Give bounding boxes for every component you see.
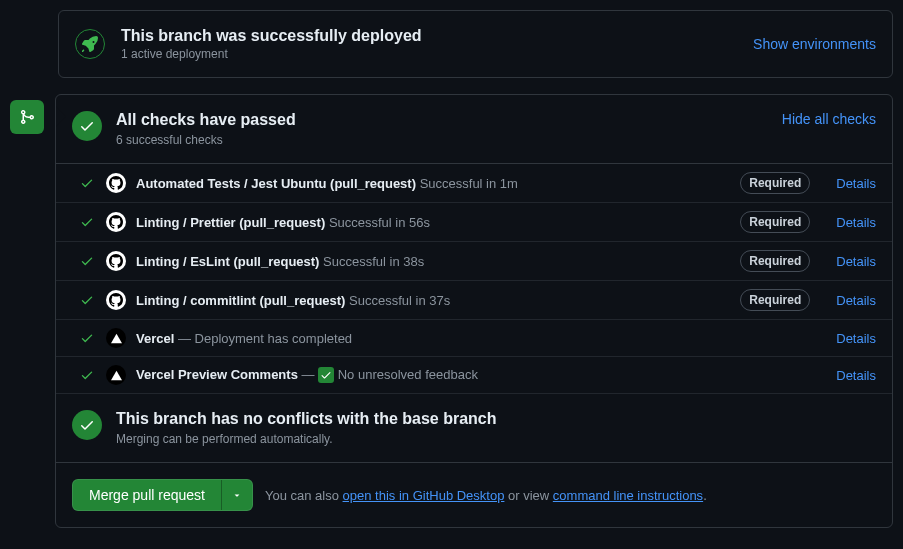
required-badge: Required — [740, 250, 810, 272]
show-environments-link[interactable]: Show environments — [753, 36, 876, 52]
details-link[interactable]: Details — [836, 176, 876, 191]
check-icon — [80, 331, 96, 345]
check-status: Successful in 38s — [323, 254, 424, 269]
merge-help-text: You can also open this in GitHub Desktop… — [265, 488, 707, 503]
merge-actions: Merge pull request You can also open thi… — [56, 463, 892, 527]
check-icon — [80, 293, 96, 307]
vercel-icon — [106, 328, 126, 348]
check-text: Linting / Prettier (pull_request) Succes… — [136, 215, 430, 230]
conflicts-title: This branch has no conflicts with the ba… — [116, 410, 497, 428]
merge-button[interactable]: Merge pull request — [73, 480, 221, 510]
check-status: Deployment has completed — [195, 331, 353, 346]
deploy-title: This branch was successfully deployed — [121, 27, 422, 45]
check-name: Vercel Preview Comments — [136, 367, 298, 382]
conflicts-subtitle: Merging can be performed automatically. — [116, 432, 497, 446]
details-link[interactable]: Details — [836, 215, 876, 230]
deploy-panel: This branch was successfully deployed 1 … — [58, 10, 893, 78]
merge-button-group: Merge pull request — [72, 479, 253, 511]
github-icon — [106, 251, 126, 271]
required-badge: Required — [740, 172, 810, 194]
github-icon — [106, 212, 126, 232]
checks-subtitle: 6 successful checks — [116, 133, 768, 147]
check-name: Automated Tests / Jest Ubuntu (pull_requ… — [136, 176, 416, 191]
vercel-icon — [106, 365, 126, 385]
check-status: Successful in 56s — [329, 215, 430, 230]
rocket-icon — [75, 29, 105, 59]
details-link[interactable]: Details — [836, 368, 876, 383]
merge-dropdown-button[interactable] — [221, 480, 252, 510]
check-name: Linting / Prettier (pull_request) — [136, 215, 325, 230]
check-icon — [80, 215, 96, 229]
check-status: Successful in 37s — [349, 293, 450, 308]
open-desktop-link[interactable]: open this in GitHub Desktop — [343, 488, 505, 503]
check-text: Automated Tests / Jest Ubuntu (pull_requ… — [136, 176, 518, 191]
details-link[interactable]: Details — [836, 254, 876, 269]
merge-icon — [10, 100, 44, 134]
merge-status-box: All checks have passed 6 successful chec… — [55, 94, 893, 528]
details-link[interactable]: Details — [836, 293, 876, 308]
hide-checks-link[interactable]: Hide all checks — [782, 111, 876, 127]
check-name: Linting / commitlint (pull_request) — [136, 293, 345, 308]
check-name: Linting / EsLint (pull_request) — [136, 254, 319, 269]
check-row: Linting / commitlint (pull_request) Succ… — [56, 281, 892, 320]
check-row: Automated Tests / Jest Ubuntu (pull_requ… — [56, 164, 892, 203]
check-icon — [72, 410, 102, 440]
check-row: Vercel Preview Comments — No unresolved … — [56, 357, 892, 394]
check-text: Vercel Preview Comments — No unresolved … — [136, 367, 478, 384]
check-icon — [80, 368, 96, 382]
check-name: Vercel — [136, 331, 174, 346]
check-icon — [80, 254, 96, 268]
deploy-subtitle: 1 active deployment — [121, 47, 422, 61]
check-icon — [72, 111, 102, 141]
github-icon — [106, 290, 126, 310]
github-icon — [106, 173, 126, 193]
checks-list: Automated Tests / Jest Ubuntu (pull_requ… — [56, 164, 892, 394]
resolved-check-icon — [318, 367, 334, 383]
check-status: Successful in 1m — [420, 176, 518, 191]
check-row: Vercel — Deployment has completedDetails — [56, 320, 892, 357]
check-text: Linting / commitlint (pull_request) Succ… — [136, 293, 450, 308]
checks-title: All checks have passed — [116, 111, 768, 129]
required-badge: Required — [740, 289, 810, 311]
command-line-link[interactable]: command line instructions — [553, 488, 703, 503]
deploy-info: This branch was successfully deployed 1 … — [75, 27, 422, 61]
check-icon — [80, 176, 96, 190]
conflicts-section: This branch has no conflicts with the ba… — [56, 394, 892, 463]
checks-header-section: All checks have passed 6 successful chec… — [56, 95, 892, 164]
check-row: Linting / Prettier (pull_request) Succes… — [56, 203, 892, 242]
check-row: Linting / EsLint (pull_request) Successf… — [56, 242, 892, 281]
required-badge: Required — [740, 211, 810, 233]
check-text: Linting / EsLint (pull_request) Successf… — [136, 254, 424, 269]
chevron-down-icon — [232, 490, 242, 500]
check-text: Vercel — Deployment has completed — [136, 331, 352, 346]
details-link[interactable]: Details — [836, 331, 876, 346]
check-status: No unresolved feedback — [338, 367, 478, 382]
